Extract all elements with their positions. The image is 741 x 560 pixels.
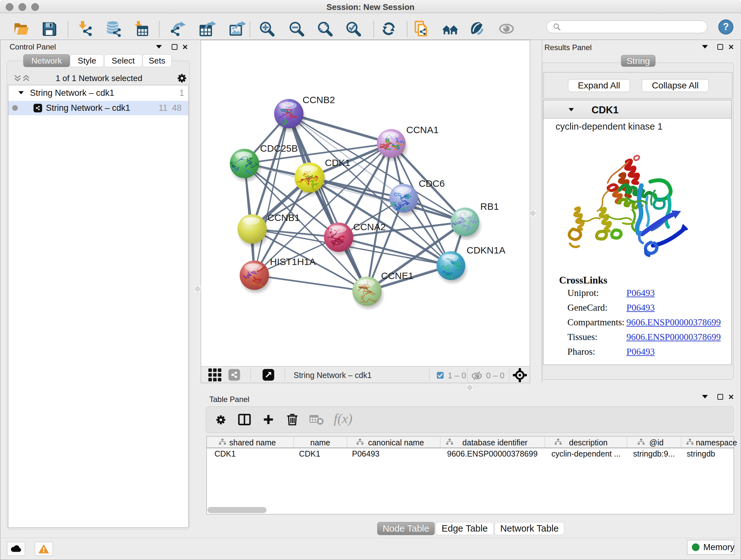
svg-text:CCNE1: CCNE1 xyxy=(381,270,414,281)
svg-text:HIST1H1A: HIST1H1A xyxy=(270,256,316,267)
svg-text:CDKN1A: CDKN1A xyxy=(467,245,506,255)
svg-text:CCNA2: CCNA2 xyxy=(353,222,386,232)
svg-text:CDC25B: CDC25B xyxy=(260,143,298,153)
svg-text:CCNB2: CCNB2 xyxy=(302,95,335,105)
svg-text:CDC6: CDC6 xyxy=(419,178,445,189)
svg-text:RB1: RB1 xyxy=(480,201,499,212)
svg-text:?: ? xyxy=(723,21,729,32)
svg-text:CCNB1: CCNB1 xyxy=(267,212,300,223)
svg-text:CDK1: CDK1 xyxy=(325,158,350,168)
svg-text:CCNA1: CCNA1 xyxy=(406,125,439,135)
